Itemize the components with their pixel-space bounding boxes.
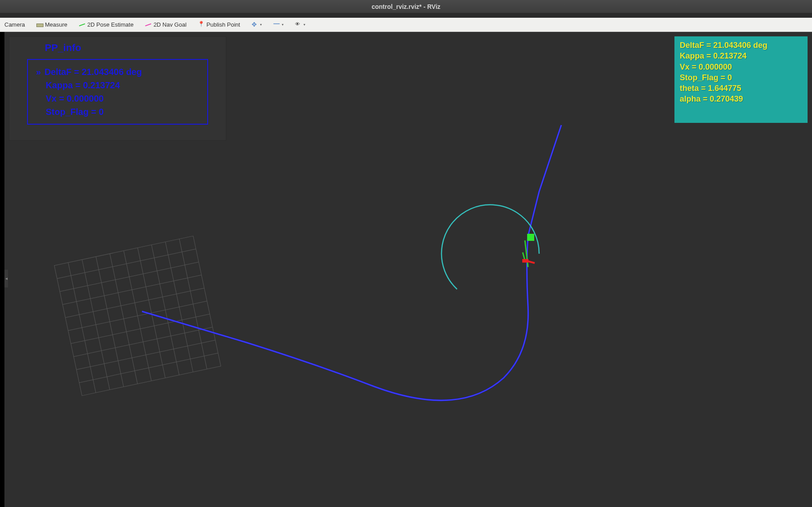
dropdown-arrow-icon: ▾ [304, 23, 305, 27]
pp-info-panel: PP_info »DeltaF = 21.043406 deg Kappa = … [9, 36, 226, 141]
pp-info-box: »DeltaF = 21.043406 deg Kappa = 0.213724… [27, 59, 208, 125]
focus-tool[interactable]: ▾ [271, 20, 286, 29]
ground-grid [54, 236, 221, 396]
overlay-deltaf: DeltaF = 21.043406 deg [680, 40, 802, 51]
panel-collapse-handle[interactable]: ◂ [4, 270, 8, 287]
svg-line-12 [96, 257, 123, 387]
svg-line-18 [179, 239, 207, 369]
measure-tool[interactable]: Measure [34, 20, 70, 29]
publish-point-tool[interactable]: Publish Point [195, 20, 243, 29]
pin-icon [198, 22, 204, 28]
overlay-vx: Vx = 0.000000 [680, 62, 802, 72]
svg-line-11 [82, 259, 110, 389]
overlay-alpha: alpha = 0.270439 [680, 94, 802, 104]
info-line-vx: Vx = 0.000000 [46, 92, 199, 105]
info-line-deltaf: »DeltaF = 21.043406 deg [36, 65, 199, 79]
eye-icon [295, 22, 301, 28]
info-line-kappa: Kappa = 0.213724 [46, 79, 199, 92]
robot-marker [522, 259, 528, 263]
rviz-viewport[interactable]: PP_info »DeltaF = 21.043406 deg Kappa = … [4, 32, 812, 507]
window-title-bar: control_rviz.rviz* - RViz [0, 0, 812, 13]
telemetry-overlay: DeltaF = 21.043406 deg Kappa = 0.213724 … [674, 36, 808, 123]
move-tool[interactable]: ▾ [249, 20, 264, 29]
pose-estimate-label: 2D Pose Estimate [87, 21, 134, 28]
main-toolbar: Camera Measure 2D Pose Estimate 2D Nav G… [0, 18, 812, 32]
spacer-bar [0, 13, 812, 18]
measure-label: Measure [45, 21, 67, 28]
info-line-stopflag: Stop_Flag = 0 [46, 105, 199, 118]
dropdown-arrow-icon: ▾ [282, 23, 284, 27]
pp-info-title: PP_info [45, 42, 208, 54]
overlay-kappa: Kappa = 0.213724 [680, 51, 802, 61]
camera-label: Camera [4, 21, 25, 28]
move-icon [252, 22, 258, 28]
overlay-theta: theta = 1.644775 [680, 83, 802, 94]
measure-icon [36, 22, 43, 28]
lookahead-arc [441, 205, 539, 289]
dropdown-arrow-icon: ▾ [260, 23, 262, 27]
svg-line-15 [138, 248, 165, 378]
focus-icon [273, 22, 280, 28]
svg-line-13 [110, 254, 138, 384]
camera-tool[interactable]: Camera [2, 20, 28, 29]
svg-line-16 [151, 245, 179, 375]
svg-line-17 [166, 242, 193, 372]
svg-line-14 [124, 251, 151, 381]
pose-estimate-tool[interactable]: 2D Pose Estimate [76, 20, 136, 29]
publish-point-label: Publish Point [206, 21, 240, 28]
pose-arrow-icon [79, 22, 85, 28]
nav-goal-label: 2D Nav Goal [154, 21, 186, 28]
overlay-stopflag: Stop_Flag = 0 [680, 72, 802, 83]
svg-line-10 [68, 263, 96, 393]
view-tool[interactable]: ▾ [292, 20, 308, 29]
window-title: control_rviz.rviz* - RViz [371, 3, 440, 10]
lookahead-point-marker [527, 234, 534, 241]
nav-arrow-icon [145, 22, 151, 28]
nav-goal-tool[interactable]: 2D Nav Goal [142, 20, 189, 29]
